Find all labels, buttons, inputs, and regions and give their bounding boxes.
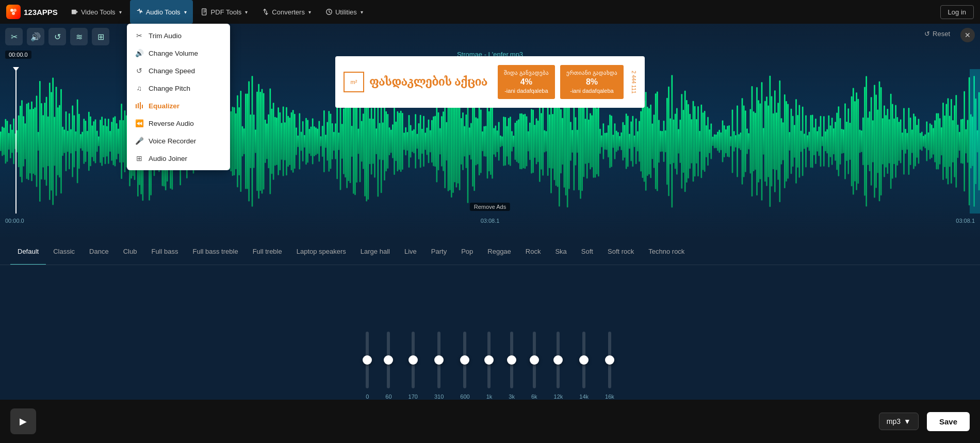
svg-rect-561 bbox=[900, 119, 902, 163]
logo[interactable]: 123APPS bbox=[6, 5, 58, 19]
eq-tab-large_hall[interactable]: Large hall bbox=[353, 239, 397, 265]
slider-thumb-4[interactable] bbox=[460, 355, 469, 365]
nav-utilities[interactable]: Utilities ▾ bbox=[319, 0, 369, 24]
slider-thumb-6[interactable] bbox=[507, 355, 516, 365]
dropdown-trim-audio[interactable]: ✂ Trim Audio bbox=[127, 27, 230, 44]
settings-button[interactable]: ⊞ bbox=[92, 28, 109, 45]
close-button[interactable]: ✕ bbox=[960, 28, 975, 42]
svg-rect-62 bbox=[85, 121, 87, 162]
svg-rect-186 bbox=[287, 116, 289, 167]
svg-rect-376 bbox=[598, 106, 599, 176]
svg-rect-297 bbox=[469, 127, 470, 155]
svg-rect-279 bbox=[439, 128, 441, 154]
slider-track-0[interactable] bbox=[366, 332, 369, 388]
slider-track-2[interactable] bbox=[412, 332, 415, 388]
eq-tab-live[interactable]: Live bbox=[397, 239, 424, 265]
svg-rect-444 bbox=[709, 129, 710, 153]
eq-tab-full_treble[interactable]: Full treble bbox=[246, 239, 289, 265]
dropdown-reverse-audio[interactable]: ⏪ Reverse Audio bbox=[127, 114, 230, 132]
dropdown-voice-recorder[interactable]: 🎤 Voice Recorder bbox=[127, 132, 230, 150]
slider-thumb-10[interactable] bbox=[605, 355, 614, 365]
slider-track-6[interactable] bbox=[510, 332, 513, 388]
slider-track-5[interactable] bbox=[487, 332, 491, 388]
eq-tab-classic[interactable]: Classic bbox=[46, 239, 82, 265]
svg-rect-261 bbox=[410, 125, 412, 158]
eq-tab-soft[interactable]: Soft bbox=[574, 239, 600, 265]
eq-tab-default[interactable]: Default bbox=[10, 239, 46, 265]
cut-button[interactable]: ✂ bbox=[5, 28, 23, 45]
reset-button[interactable]: ↺ Reset bbox=[920, 28, 954, 40]
slider-track-10[interactable] bbox=[608, 332, 611, 388]
slider-track-7[interactable] bbox=[533, 332, 536, 388]
slider-thumb-3[interactable] bbox=[434, 355, 444, 365]
svg-rect-368 bbox=[585, 119, 586, 163]
nav-video-tools[interactable]: Video Tools ▾ bbox=[65, 0, 128, 24]
slider-track-1[interactable] bbox=[387, 332, 390, 388]
svg-rect-229 bbox=[358, 129, 360, 154]
eq-tab-club[interactable]: Club bbox=[116, 239, 144, 265]
slider-thumb-8[interactable] bbox=[553, 355, 563, 365]
slider-thumb-9[interactable] bbox=[579, 355, 589, 365]
svg-rect-441 bbox=[704, 111, 706, 172]
nav-converters[interactable]: Converters ▾ bbox=[256, 0, 317, 24]
eq-tab-dance[interactable]: Dance bbox=[82, 239, 116, 265]
dropdown-audio-joiner[interactable]: ⊞ Audio Joiner bbox=[127, 150, 230, 167]
slider-thumb-1[interactable] bbox=[384, 355, 393, 365]
svg-rect-189 bbox=[292, 110, 294, 173]
eq-tab-party[interactable]: Party bbox=[424, 239, 454, 265]
eq-tab-full_bass[interactable]: Full bass bbox=[144, 239, 185, 265]
eq-tab-soft_rock[interactable]: Soft rock bbox=[600, 239, 641, 265]
login-button[interactable]: Log in bbox=[940, 5, 974, 19]
svg-rect-65 bbox=[90, 117, 91, 166]
slider-track-9[interactable] bbox=[582, 332, 585, 388]
waveform-button[interactable]: ≋ bbox=[70, 28, 88, 45]
slider-thumb-0[interactable] bbox=[363, 355, 372, 365]
svg-rect-546 bbox=[875, 94, 877, 188]
eq-tab-ska[interactable]: Ska bbox=[548, 239, 574, 265]
play-button[interactable]: ▶ bbox=[10, 408, 36, 434]
svg-rect-417 bbox=[665, 130, 666, 152]
dropdown-change-volume[interactable]: 🔊 Change Volume bbox=[127, 44, 230, 62]
eq-tab-reggae[interactable]: Reggae bbox=[480, 239, 518, 265]
svg-rect-315 bbox=[498, 122, 500, 161]
eq-tab-rock[interactable]: Rock bbox=[518, 239, 548, 265]
slider-track-3[interactable] bbox=[437, 332, 440, 388]
eq-tab-pop[interactable]: Pop bbox=[454, 239, 480, 265]
slider-track-8[interactable] bbox=[557, 332, 560, 388]
eq-tab-full_bass_treble[interactable]: Full bass treble bbox=[185, 239, 245, 265]
remove-ads-button[interactable]: Remove Ads bbox=[470, 203, 510, 211]
svg-rect-257 bbox=[403, 133, 405, 150]
svg-rect-439 bbox=[701, 105, 703, 178]
slider-label-2: 170 bbox=[409, 393, 418, 400]
format-select[interactable]: mp3 ▼ bbox=[879, 413, 919, 430]
svg-rect-217 bbox=[338, 133, 340, 150]
undo-button[interactable]: ↺ bbox=[48, 28, 66, 45]
slider-thumb-2[interactable] bbox=[409, 355, 418, 365]
slider-track-4[interactable] bbox=[463, 332, 466, 388]
slider-thumb-5[interactable] bbox=[484, 355, 494, 365]
nav-audio-tools[interactable]: Audio Tools ▾ bbox=[130, 0, 193, 24]
volume-button[interactable]: 🔊 bbox=[27, 28, 44, 45]
svg-rect-340 bbox=[539, 101, 541, 182]
eq-tab-laptop[interactable]: Laptop speakers bbox=[289, 239, 353, 265]
svg-rect-491 bbox=[786, 101, 787, 182]
svg-rect-400 bbox=[637, 131, 639, 151]
dropdown-change-pitch[interactable]: ♫ Change Pitch bbox=[127, 79, 230, 97]
svg-rect-12 bbox=[3, 128, 5, 155]
svg-rect-266 bbox=[418, 123, 420, 159]
dropdown-equalizer[interactable]: Equalizer bbox=[127, 97, 230, 114]
eq-tab-techno_rock[interactable]: Techno rock bbox=[641, 239, 692, 265]
svg-rect-495 bbox=[792, 116, 794, 167]
save-button[interactable]: Save bbox=[927, 412, 970, 431]
svg-rect-185 bbox=[286, 107, 287, 176]
svg-rect-310 bbox=[490, 108, 492, 175]
slider-thumb-7[interactable] bbox=[530, 355, 539, 365]
logo-text: 123APPS bbox=[24, 8, 58, 17]
svg-rect-489 bbox=[782, 122, 784, 160]
svg-rect-348 bbox=[552, 114, 553, 169]
dropdown-change-speed[interactable]: ↺ Change Speed bbox=[127, 62, 230, 79]
playhead[interactable] bbox=[15, 69, 17, 214]
slider-label-8: 12k bbox=[554, 393, 563, 400]
nav-pdf-tools[interactable]: PDF Tools ▾ bbox=[195, 0, 254, 24]
svg-rect-578 bbox=[928, 133, 929, 151]
